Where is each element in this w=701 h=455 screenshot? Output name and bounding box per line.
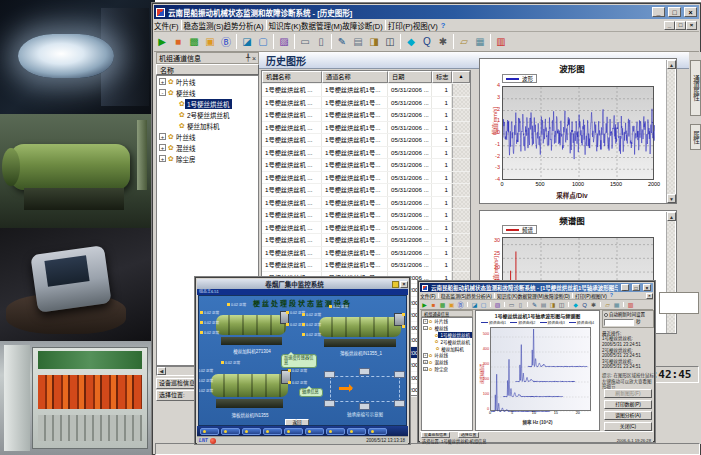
analysis-titlebar[interactable]: 云南昆船振动机械状态监测和故障诊断系统 - [1号梗丝烘丝机1号轴承波形图与频谱…: [420, 283, 653, 292]
taskbar-item[interactable]: [221, 428, 240, 435]
mdi-close-button[interactable]: ×: [686, 21, 697, 30]
table-row[interactable]: 1号梗丝烘丝机 ...1号梗丝烘丝机1号...05/31/2006 ...1: [262, 222, 470, 235]
taskbar-item[interactable]: [263, 428, 282, 435]
machine-dryer-2[interactable]: 0.02 正常0.02 正常0.02 正常0.02 正常0.02 正常0.02 …: [209, 368, 291, 410]
taskbar-item[interactable]: [200, 428, 219, 435]
window-toolbar-icon[interactable]: ▢: [479, 300, 488, 309]
taskbar-item[interactable]: [305, 428, 324, 435]
table-scroll-top[interactable]: ▲: [452, 71, 470, 83]
谱图分析-button[interactable]: 谱图分析(A): [604, 411, 652, 420]
note-toolbar-icon[interactable]: ◫: [557, 300, 566, 309]
mdi-minimize-button[interactable]: _: [664, 21, 675, 30]
menu-item-7[interactable]: 视图(V): [591, 292, 607, 299]
search-toolbar-icon[interactable]: Q: [419, 34, 435, 50]
column-header-1[interactable]: 通道名称: [322, 71, 388, 83]
machine-dryer-1[interactable]: 0.02 正常0.02 正常0.02 正常0.02 正常0.02 正常0.02 …: [317, 312, 405, 348]
monitor-orange-toolbar-icon[interactable]: ▣: [447, 300, 456, 309]
doc-toolbar-icon[interactable]: ▭: [297, 34, 313, 50]
scroll-left-icon[interactable]: ◀: [157, 367, 166, 375]
tree-item-4[interactable]: ✿梗丝加料机: [157, 120, 258, 131]
note-toolbar-icon[interactable]: ◫: [382, 34, 398, 50]
scada-close-icon[interactable]: ×: [400, 281, 408, 288]
打印数据-button[interactable]: 打印数据(P): [604, 400, 652, 409]
copy-toolbar-icon[interactable]: ▯: [516, 300, 525, 309]
menu-item-5[interactable]: 故障诊断(D): [342, 20, 382, 31]
expand-icon[interactable]: +: [423, 319, 427, 323]
help-icon[interactable]: ?: [438, 21, 449, 30]
table-row[interactable]: 1号梗丝烘丝机 ...1号梗丝烘丝机1号...05/31/2006 ...1: [262, 259, 470, 272]
window-toolbar-icon[interactable]: ▢: [255, 34, 271, 50]
monitor-green-toolbar-icon[interactable]: ▩: [438, 300, 447, 309]
tree-item-0[interactable]: +✿叶片线: [422, 318, 472, 325]
tree-item-2[interactable]: ✿1号梗丝烘丝机: [422, 332, 472, 339]
column-header-2[interactable]: 日期: [388, 71, 432, 83]
start-toolbar-icon[interactable]: ▶: [420, 300, 429, 309]
help-icon[interactable]: ?: [607, 293, 616, 298]
mdi-close-button[interactable]: ×: [646, 293, 653, 299]
restore-button[interactable]: □: [632, 284, 640, 291]
expand-icon[interactable]: +: [159, 133, 166, 140]
menu-item-4[interactable]: 数据管理(M): [301, 20, 342, 31]
monitor-orange-toolbar-icon[interactable]: ▣: [202, 34, 218, 50]
spectrum-scrollbar[interactable]: ▲: [666, 212, 675, 333]
scada-titlebar[interactable]: 卷烟厂集中监控系统 ×: [197, 279, 408, 289]
tree-item-2[interactable]: ✿1号梗丝烘丝机: [157, 98, 258, 109]
scroll-up-icon[interactable]: ▲: [667, 60, 676, 69]
taskbar-item[interactable]: [368, 428, 387, 435]
copy-toolbar-icon[interactable]: ▯: [313, 34, 329, 50]
refresh-interval-input[interactable]: [604, 319, 634, 326]
table-row[interactable]: 1号梗丝烘丝机 ...1号梗丝烘丝机1号...05/31/2006 ...1: [262, 184, 470, 197]
scroll-down-icon[interactable]: ▼: [667, 194, 676, 203]
start-toolbar-icon[interactable]: ▶: [154, 34, 170, 50]
close-button[interactable]: ×: [643, 284, 651, 291]
mdi-restore-button[interactable]: □: [675, 21, 686, 30]
expand-icon[interactable]: +: [159, 78, 166, 85]
menu-item-1[interactable]: 稳态监测(S): [441, 292, 467, 299]
refresh-radio[interactable]: [604, 313, 608, 317]
stop-toolbar-icon[interactable]: ■: [170, 34, 186, 50]
menu-item-5[interactable]: 故障诊断(D): [544, 292, 570, 299]
table-row[interactable]: 1号梗丝烘丝机 ...1号梗丝烘丝机1号...05/31/2006 ...1: [262, 84, 470, 97]
menu-item-2[interactable]: 趋势分析(A): [224, 20, 264, 31]
menu-item-3[interactable]: 知识库(K): [497, 292, 518, 299]
tree-item-1[interactable]: -✿梗丝线: [157, 87, 258, 98]
minimize-button[interactable]: _: [652, 7, 665, 17]
dock-header[interactable]: 机组通道信息: [421, 310, 473, 317]
tab-properties[interactable]: 属性: [690, 124, 701, 150]
balance-toolbar-icon[interactable]: Ⓑ: [456, 300, 465, 309]
expand-icon[interactable]: +: [423, 360, 427, 364]
table-row[interactable]: 1号梗丝烘丝机 ...1号梗丝烘丝机1号...05/31/2006 ...1: [262, 109, 470, 122]
table-row[interactable]: 1号梗丝烘丝机 ...1号梗丝烘丝机1号...05/31/2006 ...1: [262, 172, 470, 185]
gear-toolbar-icon[interactable]: ✱: [435, 34, 451, 50]
scada-min-icon[interactable]: [392, 281, 399, 288]
tree-item-6[interactable]: +✿混丝线: [157, 142, 258, 153]
table-row[interactable]: 1号梗丝烘丝机 ...1号梗丝烘丝机1号...05/31/2006 ...1: [262, 247, 470, 260]
taskbar-item[interactable]: [347, 428, 366, 435]
刷新图形-button[interactable]: 刷新图形(F): [604, 389, 652, 398]
tree-item-5[interactable]: +✿叶丝线: [157, 131, 258, 142]
expand-icon[interactable]: +: [159, 155, 166, 162]
back-button[interactable]: 返回: [285, 419, 309, 426]
menu-item-6[interactable]: 打印(P): [575, 292, 591, 299]
tree-item-7[interactable]: +✿除尘房: [157, 153, 258, 164]
expand-icon[interactable]: +: [159, 144, 166, 151]
select-location-chip[interactable]: 选择位置:: [156, 390, 198, 401]
menu-item-1[interactable]: 稳态监测(S): [184, 20, 224, 31]
image-toolbar-icon[interactable]: ▨: [276, 34, 292, 50]
doc-toolbar-icon[interactable]: ▭: [507, 300, 516, 309]
diamond-toolbar-icon[interactable]: ◆: [403, 34, 419, 50]
table-row[interactable]: 1号梗丝烘丝机 ...1号梗丝烘丝机1号...05/31/2006 ...1: [262, 159, 470, 172]
pin-icon[interactable]: ╀: [244, 54, 252, 62]
table-row[interactable]: 1号梗丝烘丝机 ...1号梗丝烘丝机1号...05/31/2006 ...1: [262, 97, 470, 110]
tree-item-3[interactable]: ✿2号梗丝烘丝机: [422, 338, 472, 345]
dock-hscrollbar[interactable]: ◀: [156, 366, 196, 376]
edit-toolbar-icon[interactable]: ✎: [334, 34, 350, 50]
menu-item-2[interactable]: 趋势分析(A): [466, 292, 492, 299]
balance-toolbar-icon[interactable]: Ⓑ: [218, 34, 234, 50]
record-knob-icon[interactable]: [210, 438, 216, 444]
expand-icon[interactable]: +: [423, 367, 427, 371]
dock-close-icon[interactable]: ×: [252, 55, 256, 62]
taskbar-item[interactable]: [284, 428, 303, 435]
diamond-toolbar-icon[interactable]: ◆: [571, 300, 580, 309]
关闭-button[interactable]: 关闭(C): [604, 422, 652, 431]
